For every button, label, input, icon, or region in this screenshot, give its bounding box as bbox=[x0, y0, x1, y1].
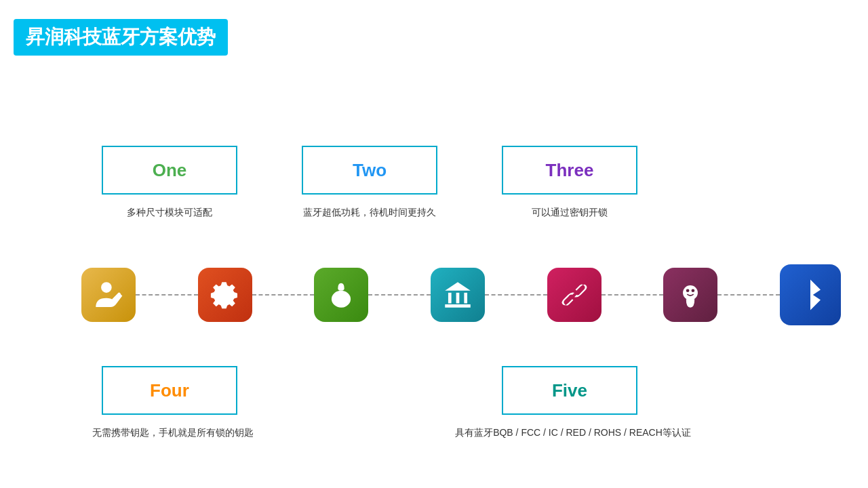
icon-row: $ bbox=[81, 264, 841, 325]
box-four-label: Four bbox=[150, 380, 189, 401]
svg-point-9 bbox=[683, 285, 698, 300]
box-three: Three bbox=[502, 146, 637, 195]
icon-bluetooth bbox=[780, 264, 841, 325]
box-five-subtext: 具有蓝牙BQB / FCC / IC / RED / ROHS / REACH等… bbox=[427, 427, 719, 439]
box-three-subtext: 可以通过密钥开锁 bbox=[502, 207, 637, 219]
svg-rect-6 bbox=[456, 293, 460, 304]
box-one-label: One bbox=[153, 160, 187, 181]
dashed-line-5 bbox=[601, 294, 664, 296]
icon-person bbox=[81, 268, 136, 322]
box-one: One bbox=[102, 146, 237, 195]
svg-marker-4 bbox=[445, 282, 471, 291]
svg-rect-7 bbox=[464, 293, 467, 304]
dashed-line-3 bbox=[368, 294, 431, 296]
icon-brain bbox=[663, 268, 717, 322]
box-four-subtext: 无需携带钥匙，手机就是所有锁的钥匙 bbox=[61, 427, 285, 439]
page-title: 昇润科技蓝牙方案优势 bbox=[26, 26, 216, 47]
dashed-line-6 bbox=[717, 294, 780, 296]
box-two: Two bbox=[302, 146, 437, 195]
box-two-subtext: 蓝牙超低功耗，待机时间更持久 bbox=[288, 207, 451, 219]
icon-link bbox=[547, 268, 601, 322]
svg-rect-5 bbox=[448, 293, 452, 304]
box-two-label: Two bbox=[353, 160, 387, 181]
box-one-subtext: 多种尺寸模块可适配 bbox=[102, 207, 237, 219]
icon-moneybag: $ bbox=[314, 268, 368, 322]
svg-point-10 bbox=[686, 289, 690, 292]
box-five-label: Five bbox=[552, 380, 587, 401]
box-four: Four bbox=[102, 366, 237, 415]
dashed-line-4 bbox=[485, 294, 547, 296]
svg-rect-8 bbox=[445, 304, 471, 308]
dashed-line-2 bbox=[252, 294, 315, 296]
box-five: Five bbox=[502, 366, 637, 415]
icon-gear bbox=[198, 268, 252, 322]
box-three-label: Three bbox=[546, 160, 594, 181]
svg-point-0 bbox=[101, 282, 112, 293]
svg-text:$: $ bbox=[338, 294, 344, 305]
dashed-line-1 bbox=[136, 294, 198, 296]
svg-point-11 bbox=[692, 289, 695, 292]
icon-bank bbox=[431, 268, 485, 322]
page-title-bar: 昇润科技蓝牙方案优势 bbox=[14, 19, 228, 56]
